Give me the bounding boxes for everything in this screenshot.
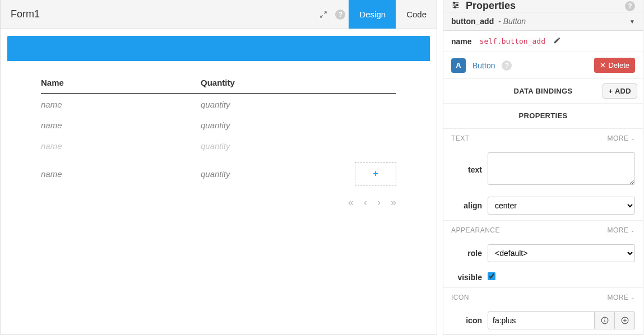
data-grid: Name Quantity name quantity name quantit…	[41, 72, 396, 208]
component-type-link[interactable]: Button	[472, 61, 495, 70]
add-binding-button[interactable]: + ADD	[603, 83, 637, 99]
chevron-down-icon: ⌄	[631, 227, 636, 233]
svg-point-3	[453, 2, 455, 4]
cell-quantity: quantity	[201, 169, 230, 179]
icon-input[interactable]	[488, 311, 595, 329]
table-row[interactable]: name quantity	[41, 94, 396, 115]
cell-name: name	[41, 100, 201, 109]
name-label: name	[451, 37, 472, 46]
help-icon[interactable]: ?	[502, 61, 512, 71]
tab-code[interactable]: Code	[396, 0, 437, 29]
pager-first-icon[interactable]: «	[348, 197, 354, 208]
group-label: ICON	[451, 294, 469, 301]
icon-info-button[interactable]	[595, 311, 615, 329]
component-row: A Button ? ✕ Delete	[443, 52, 643, 79]
text-input[interactable]	[488, 152, 635, 185]
properties-title: Properties	[466, 0, 516, 12]
visible-checkbox[interactable]	[488, 272, 495, 280]
group-icon-header: ICON MORE ⌄	[443, 287, 643, 307]
svg-rect-11	[623, 320, 627, 320]
group-label: TEXT	[451, 134, 470, 142]
section-label: DATA BINDINGS	[514, 87, 573, 95]
prop-label: text	[451, 165, 482, 174]
group-label: APPEARANCE	[451, 226, 500, 234]
role-select[interactable]: <default>	[488, 244, 635, 262]
svg-point-4	[456, 4, 458, 6]
svg-rect-7	[604, 320, 605, 322]
data-bindings-section: DATA BINDINGS + ADD	[443, 79, 643, 104]
delete-label: Delete	[608, 61, 629, 69]
plus-icon: +	[373, 169, 378, 179]
group-text-header: TEXT MORE ⌄	[443, 128, 643, 148]
table-row[interactable]: name quantity	[41, 136, 396, 156]
table-row[interactable]: name quantity	[41, 115, 396, 136]
design-canvas[interactable]: Name Quantity name quantity name quantit…	[1, 29, 437, 334]
help-icon[interactable]: ?	[625, 1, 635, 11]
svg-rect-8	[604, 319, 605, 319]
header-actions: ? Design Code	[315, 0, 437, 29]
group-appearance-header: APPEARANCE MORE ⌄	[443, 220, 643, 240]
form-header-banner[interactable]	[7, 36, 430, 61]
cell-name: name	[41, 169, 201, 179]
prop-label: visible	[451, 273, 482, 282]
selected-component-name: button_add	[451, 17, 494, 26]
col-header-name: Name	[41, 78, 201, 87]
self-reference[interactable]: self.button_add	[480, 37, 545, 45]
tab-design[interactable]: Design	[349, 0, 396, 29]
col-header-quantity: Quantity	[201, 78, 396, 87]
name-row: name self.button_add	[443, 31, 643, 52]
pagination: « ‹ › »	[41, 191, 396, 208]
cell-name: name	[41, 141, 201, 151]
properties-panel: Properties ? button_add - Button ▼ name …	[443, 0, 643, 335]
form-title: Form1	[1, 8, 50, 20]
svg-point-5	[454, 7, 456, 8]
design-panel: Form1 ? Design Code Name Quantity name q…	[0, 0, 437, 335]
prop-label: align	[451, 201, 482, 210]
delete-button[interactable]: ✕ Delete	[594, 58, 635, 73]
section-label: PROPERTIES	[519, 111, 568, 120]
pager-prev-icon[interactable]: ‹	[364, 197, 367, 208]
help-icon[interactable]: ?	[332, 0, 349, 29]
table-row[interactable]: name quantity +	[41, 156, 396, 191]
chevron-down-icon: ⌄	[631, 136, 636, 141]
add-button-selected[interactable]: +	[355, 162, 396, 185]
pager-next-icon[interactable]: ›	[377, 197, 381, 208]
properties-section: PROPERTIES	[443, 104, 643, 128]
prop-visible-row: visible	[443, 268, 643, 287]
table-header-row: Name Quantity	[41, 72, 396, 94]
properties-header: Properties ?	[443, 0, 643, 12]
chevron-down-icon: ⌄	[631, 295, 636, 300]
cell-name: name	[41, 120, 201, 130]
design-header: Form1 ? Design Code	[1, 0, 437, 29]
cell-quantity: quantity	[201, 141, 396, 151]
component-selector[interactable]: button_add - Button ▼	[443, 12, 643, 31]
more-toggle[interactable]: MORE ⌄	[608, 226, 636, 234]
prop-align-row: align center	[443, 192, 643, 220]
expand-icon[interactable]	[315, 0, 332, 29]
cell-quantity: quantity	[201, 120, 396, 130]
chevron-down-icon: ▼	[629, 18, 635, 25]
component-badge: A	[451, 58, 466, 73]
sliders-icon	[451, 1, 460, 11]
prop-icon-row: icon	[443, 307, 643, 335]
prop-text-row: text	[443, 148, 643, 192]
icon-add-button[interactable]	[615, 311, 635, 329]
cell-quantity: quantity	[201, 100, 396, 109]
prop-label: icon	[451, 316, 482, 325]
panel-gutter	[437, 0, 443, 335]
prop-role-row: role <default>	[443, 240, 643, 268]
cell-quantity-wrap: quantity +	[201, 162, 396, 185]
prop-label: role	[451, 249, 482, 258]
more-toggle[interactable]: MORE ⌄	[608, 294, 636, 301]
selected-component-type: - Button	[496, 17, 526, 26]
edit-icon[interactable]	[553, 36, 561, 46]
more-toggle[interactable]: MORE ⌄	[608, 134, 636, 142]
close-icon: ✕	[600, 61, 606, 69]
align-select[interactable]: center	[488, 197, 635, 215]
pager-last-icon[interactable]: »	[391, 197, 396, 208]
